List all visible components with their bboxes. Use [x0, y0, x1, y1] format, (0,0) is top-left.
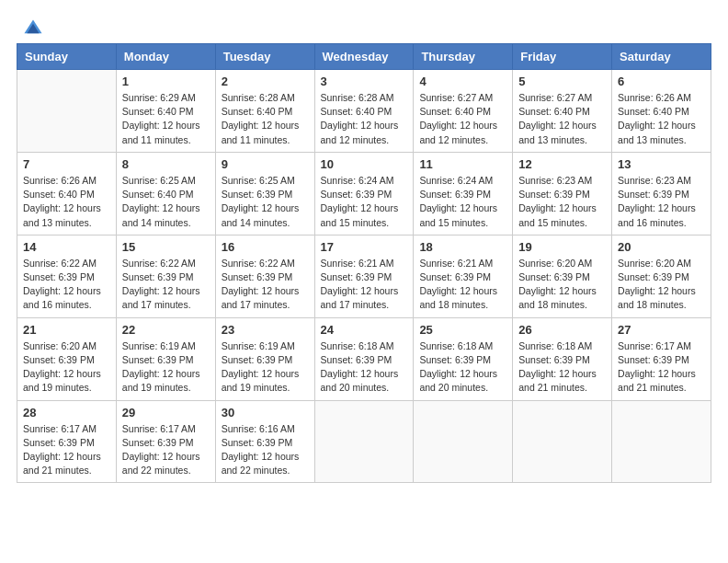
day-number: 27 — [618, 323, 705, 337]
calendar-cell: 9Sunrise: 6:25 AM Sunset: 6:39 PM Daylig… — [215, 152, 314, 235]
day-info: Sunrise: 6:24 AM Sunset: 6:39 PM Dayligh… — [321, 174, 408, 230]
calendar-cell: 4Sunrise: 6:27 AM Sunset: 6:40 PM Daylig… — [414, 70, 513, 153]
day-number: 17 — [321, 240, 408, 254]
day-info: Sunrise: 6:21 AM Sunset: 6:39 PM Dayligh… — [321, 257, 408, 313]
day-info: Sunrise: 6:29 AM Sunset: 6:40 PM Dayligh… — [122, 91, 210, 147]
day-number: 14 — [23, 240, 110, 254]
day-info: Sunrise: 6:27 AM Sunset: 6:40 PM Dayligh… — [518, 91, 606, 147]
day-info: Sunrise: 6:28 AM Sunset: 6:40 PM Dayligh… — [222, 91, 309, 147]
day-number: 29 — [122, 406, 210, 419]
calendar-cell: 26Sunrise: 6:18 AM Sunset: 6:39 PM Dayli… — [513, 317, 612, 400]
day-info: Sunrise: 6:26 AM Sunset: 6:40 PM Dayligh… — [23, 174, 110, 230]
page-header — [9, 9, 719, 43]
day-info: Sunrise: 6:25 AM Sunset: 6:39 PM Dayligh… — [222, 174, 309, 230]
day-info: Sunrise: 6:26 AM Sunset: 6:40 PM Dayligh… — [618, 91, 705, 147]
calendar-table: SundayMondayTuesdayWednesdayThursdayFrid… — [17, 43, 711, 483]
day-info: Sunrise: 6:20 AM Sunset: 6:39 PM Dayligh… — [23, 339, 110, 396]
calendar-week-3: 14Sunrise: 6:22 AM Sunset: 6:39 PM Dayli… — [17, 235, 711, 317]
calendar-cell: 7Sunrise: 6:26 AM Sunset: 6:40 PM Daylig… — [17, 152, 117, 235]
day-header-tuesday: Tuesday — [215, 44, 314, 70]
day-info: Sunrise: 6:23 AM Sunset: 6:39 PM Dayligh… — [518, 174, 606, 230]
calendar-cell — [314, 400, 414, 483]
day-info: Sunrise: 6:19 AM Sunset: 6:39 PM Dayligh… — [222, 339, 309, 396]
day-info: Sunrise: 6:23 AM Sunset: 6:39 PM Dayligh… — [618, 174, 705, 230]
calendar-week-4: 21Sunrise: 6:20 AM Sunset: 6:39 PM Dayli… — [17, 317, 711, 400]
calendar-cell — [513, 400, 612, 483]
calendar-header-row: SundayMondayTuesdayWednesdayThursdayFrid… — [17, 44, 711, 70]
day-number: 15 — [122, 240, 210, 254]
calendar-week-2: 7Sunrise: 6:26 AM Sunset: 6:40 PM Daylig… — [17, 152, 711, 235]
calendar-cell: 30Sunrise: 6:16 AM Sunset: 6:39 PM Dayli… — [215, 400, 314, 483]
day-number: 20 — [618, 240, 705, 254]
calendar-cell: 23Sunrise: 6:19 AM Sunset: 6:39 PM Dayli… — [215, 317, 314, 400]
day-header-monday: Monday — [116, 44, 215, 70]
day-info: Sunrise: 6:17 AM Sunset: 6:39 PM Dayligh… — [23, 422, 110, 478]
calendar-cell: 24Sunrise: 6:18 AM Sunset: 6:39 PM Dayli… — [314, 317, 414, 400]
day-number: 8 — [122, 157, 210, 171]
day-number: 22 — [122, 323, 210, 337]
calendar-cell: 20Sunrise: 6:20 AM Sunset: 6:39 PM Dayli… — [612, 235, 711, 317]
logo-icon — [23, 18, 43, 39]
day-info: Sunrise: 6:22 AM Sunset: 6:39 PM Dayligh… — [23, 257, 110, 313]
day-info: Sunrise: 6:28 AM Sunset: 6:40 PM Dayligh… — [321, 91, 408, 147]
day-info: Sunrise: 6:17 AM Sunset: 6:39 PM Dayligh… — [122, 422, 210, 478]
day-number: 16 — [222, 240, 309, 254]
calendar-cell: 6Sunrise: 6:26 AM Sunset: 6:40 PM Daylig… — [612, 70, 711, 153]
day-info: Sunrise: 6:20 AM Sunset: 6:39 PM Dayligh… — [618, 257, 705, 313]
day-header-wednesday: Wednesday — [314, 44, 414, 70]
day-info: Sunrise: 6:22 AM Sunset: 6:39 PM Dayligh… — [222, 257, 309, 313]
day-number: 28 — [23, 406, 110, 419]
calendar-cell: 27Sunrise: 6:17 AM Sunset: 6:39 PM Dayli… — [612, 317, 711, 400]
calendar-cell: 12Sunrise: 6:23 AM Sunset: 6:39 PM Dayli… — [513, 152, 612, 235]
day-info: Sunrise: 6:17 AM Sunset: 6:39 PM Dayligh… — [618, 339, 705, 396]
day-number: 5 — [518, 75, 606, 88]
day-number: 19 — [518, 240, 606, 254]
calendar-cell: 29Sunrise: 6:17 AM Sunset: 6:39 PM Dayli… — [116, 400, 215, 483]
logo — [23, 18, 47, 39]
calendar-cell: 3Sunrise: 6:28 AM Sunset: 6:40 PM Daylig… — [314, 70, 414, 153]
day-number: 25 — [419, 323, 506, 337]
day-number: 24 — [321, 323, 408, 337]
calendar-cell: 2Sunrise: 6:28 AM Sunset: 6:40 PM Daylig… — [215, 70, 314, 153]
day-header-sunday: Sunday — [17, 44, 117, 70]
calendar-cell: 22Sunrise: 6:19 AM Sunset: 6:39 PM Dayli… — [116, 317, 215, 400]
day-number: 7 — [23, 157, 110, 171]
day-info: Sunrise: 6:18 AM Sunset: 6:39 PM Dayligh… — [518, 339, 606, 396]
calendar-cell — [17, 70, 117, 153]
calendar-cell — [414, 400, 513, 483]
day-number: 30 — [222, 406, 309, 419]
calendar-cell: 18Sunrise: 6:21 AM Sunset: 6:39 PM Dayli… — [414, 235, 513, 317]
day-number: 21 — [23, 323, 110, 337]
calendar-cell: 17Sunrise: 6:21 AM Sunset: 6:39 PM Dayli… — [314, 235, 414, 317]
calendar-cell: 21Sunrise: 6:20 AM Sunset: 6:39 PM Dayli… — [17, 317, 117, 400]
day-info: Sunrise: 6:25 AM Sunset: 6:40 PM Dayligh… — [122, 174, 210, 230]
calendar-cell: 13Sunrise: 6:23 AM Sunset: 6:39 PM Dayli… — [612, 152, 711, 235]
calendar-cell: 11Sunrise: 6:24 AM Sunset: 6:39 PM Dayli… — [414, 152, 513, 235]
calendar-cell: 5Sunrise: 6:27 AM Sunset: 6:40 PM Daylig… — [513, 70, 612, 153]
calendar-cell: 28Sunrise: 6:17 AM Sunset: 6:39 PM Dayli… — [17, 400, 117, 483]
day-number: 4 — [419, 75, 506, 88]
day-info: Sunrise: 6:19 AM Sunset: 6:39 PM Dayligh… — [122, 339, 210, 396]
day-info: Sunrise: 6:22 AM Sunset: 6:39 PM Dayligh… — [122, 257, 210, 313]
calendar-week-5: 28Sunrise: 6:17 AM Sunset: 6:39 PM Dayli… — [17, 400, 711, 483]
calendar-cell: 14Sunrise: 6:22 AM Sunset: 6:39 PM Dayli… — [17, 235, 117, 317]
day-number: 2 — [222, 75, 309, 88]
day-number: 11 — [419, 157, 506, 171]
calendar-week-1: 1Sunrise: 6:29 AM Sunset: 6:40 PM Daylig… — [17, 70, 711, 153]
calendar-cell: 1Sunrise: 6:29 AM Sunset: 6:40 PM Daylig… — [116, 70, 215, 153]
day-info: Sunrise: 6:24 AM Sunset: 6:39 PM Dayligh… — [419, 174, 506, 230]
calendar-cell: 16Sunrise: 6:22 AM Sunset: 6:39 PM Dayli… — [215, 235, 314, 317]
calendar-cell: 25Sunrise: 6:18 AM Sunset: 6:39 PM Dayli… — [414, 317, 513, 400]
calendar-cell: 19Sunrise: 6:20 AM Sunset: 6:39 PM Dayli… — [513, 235, 612, 317]
calendar-cell: 10Sunrise: 6:24 AM Sunset: 6:39 PM Dayli… — [314, 152, 414, 235]
day-number: 26 — [518, 323, 606, 337]
day-number: 18 — [419, 240, 506, 254]
day-info: Sunrise: 6:21 AM Sunset: 6:39 PM Dayligh… — [419, 257, 506, 313]
day-number: 12 — [518, 157, 606, 171]
day-header-saturday: Saturday — [612, 44, 711, 70]
day-number: 3 — [321, 75, 408, 88]
calendar-cell — [612, 400, 711, 483]
day-number: 6 — [618, 75, 705, 88]
day-number: 13 — [618, 157, 705, 171]
day-number: 1 — [122, 75, 210, 88]
